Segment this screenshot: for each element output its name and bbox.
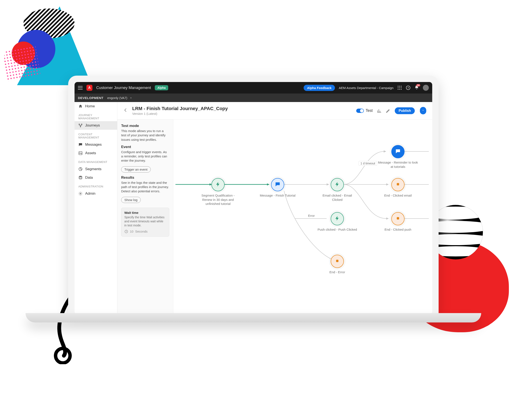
- chevron-down-icon: [422, 109, 425, 112]
- hamburger-icon[interactable]: [78, 86, 83, 90]
- svg-point-20: [399, 87, 400, 88]
- test-mode-title: Test mode: [121, 124, 169, 128]
- node-message-reminder[interactable]: Message - Reminder to look at tutorials: [378, 145, 418, 169]
- adobe-logo[interactable]: A: [86, 85, 92, 91]
- alpha-feedback-button[interactable]: Alpha Feedback: [304, 85, 335, 91]
- results-heading: Results: [121, 175, 169, 180]
- node-message-finish[interactable]: Message - Finish Tutorial: [257, 178, 298, 198]
- svg-point-33: [80, 193, 81, 194]
- svg-point-23: [399, 89, 400, 90]
- timeout-label: 1 d timeout: [359, 161, 377, 166]
- home-icon: [78, 104, 83, 108]
- reports-icon[interactable]: [377, 108, 382, 113]
- test-mode-toggle[interactable]: Test: [356, 108, 373, 113]
- node-end-email[interactable]: End - Clicked email: [378, 178, 418, 198]
- test-mode-desc: This mode allows you to run a test of yo…: [121, 129, 169, 142]
- notifications-button[interactable]: 12: [414, 85, 419, 91]
- alpha-badge: Alpha: [155, 85, 168, 90]
- user-avatar[interactable]: [423, 85, 429, 91]
- node-end-push[interactable]: End - Clicked push: [378, 212, 418, 232]
- messages-icon: [78, 142, 83, 147]
- app-title: Customer Journey Management: [96, 86, 151, 90]
- wait-unit: Seconds: [135, 230, 148, 233]
- laptop-frame: A Customer Journey Management Alpha Alph…: [68, 76, 439, 314]
- sandbox-bar: DEVELOPMENT engonly (VA7): [74, 93, 432, 102]
- org-name[interactable]: AEM Assets Departmental - Campaign: [339, 86, 393, 90]
- svg-point-22: [398, 89, 399, 90]
- svg-point-32: [79, 176, 82, 177]
- edit-icon[interactable]: [386, 108, 391, 113]
- node-segment-qualification[interactable]: Segment Qualification - Renew in 30 days…: [198, 178, 238, 206]
- nav-section-content: CONTENT MANAGEMENT: [74, 130, 117, 140]
- svg-point-16: [398, 86, 399, 87]
- nav-section-admin: ADMINISTRATION: [74, 182, 117, 189]
- back-button[interactable]: [123, 108, 128, 113]
- journeys-icon: [78, 123, 83, 128]
- results-desc: See in the logs the state and the path o…: [121, 181, 169, 194]
- global-topbar: A Customer Journey Management Alpha Alph…: [74, 82, 432, 93]
- dev-label: DEVELOPMENT: [78, 96, 104, 100]
- data-icon: [78, 175, 83, 180]
- journey-version: Version 1 (Latest): [132, 112, 228, 115]
- svg-point-29: [80, 126, 81, 127]
- svg-text:?: ?: [407, 86, 409, 90]
- wait-desc: Specify the time Wait activities and eve…: [124, 215, 166, 227]
- svg-point-21: [401, 87, 402, 88]
- gear-icon: [78, 191, 83, 196]
- nav-section-data: DATA MANAGEMENT: [74, 158, 117, 165]
- trigger-event-button[interactable]: Trigger an event: [121, 166, 151, 172]
- nav-messages[interactable]: Messages: [74, 140, 117, 149]
- nav-journeys[interactable]: Journeys: [74, 121, 117, 130]
- svg-point-28: [81, 124, 82, 125]
- event-desc: Configure and trigger events. As a remin…: [121, 150, 169, 163]
- publish-button[interactable]: Publish: [395, 107, 415, 114]
- clock-icon: [124, 230, 128, 233]
- journey-canvas[interactable]: 1 d timeout Error Segment Qualification …: [173, 120, 432, 314]
- toggle-switch-icon: [356, 109, 364, 113]
- test-mode-panel: Test mode This mode allows you to run a …: [117, 120, 173, 314]
- node-email-clicked[interactable]: Email clicked - Email Clicked: [317, 178, 357, 202]
- journey-header: LRM - Finish Tutorial Journey_APAC_Copy …: [117, 102, 432, 120]
- svg-point-17: [399, 86, 400, 87]
- segments-icon: [78, 167, 83, 171]
- svg-rect-7: [4, 46, 41, 82]
- error-label: Error: [306, 214, 316, 218]
- nav-home[interactable]: Home: [74, 102, 117, 111]
- help-icon[interactable]: ?: [406, 85, 410, 90]
- svg-rect-42: [397, 183, 399, 185]
- app-screen: A Customer Journey Management Alpha Alph…: [74, 82, 432, 314]
- sandbox-selector[interactable]: engonly (VA7): [107, 96, 133, 100]
- svg-rect-43: [397, 217, 399, 219]
- nav-section-journey: JOURNEY MANAGEMENT: [74, 111, 117, 121]
- journey-title: LRM - Finish Tutorial Journey_APAC_Copy: [132, 106, 228, 111]
- show-log-button[interactable]: Show log: [121, 197, 141, 203]
- publish-menu-button[interactable]: [420, 107, 426, 114]
- nav-admin[interactable]: Admin: [74, 189, 117, 198]
- node-push-clicked[interactable]: Push clicked - Push Clicked: [317, 212, 357, 232]
- assets-icon: [78, 151, 83, 155]
- svg-point-18: [401, 86, 402, 87]
- chevron-down-icon: [129, 97, 133, 99]
- node-end-error[interactable]: End - Error: [317, 255, 357, 274]
- svg-point-27: [79, 124, 80, 125]
- left-navigation: Home JOURNEY MANAGEMENT Journeys CONTENT…: [74, 102, 117, 314]
- apps-grid-icon[interactable]: [397, 85, 402, 90]
- laptop-base: [26, 313, 481, 322]
- wait-value: 10: [130, 230, 133, 233]
- notification-count: 12: [416, 84, 420, 86]
- wait-input[interactable]: 10 Seconds: [124, 230, 166, 233]
- nav-segments[interactable]: Segments: [74, 165, 117, 173]
- svg-point-19: [398, 87, 399, 88]
- wait-time-card: Wait time Specify the time Wait activiti…: [121, 208, 169, 237]
- svg-rect-44: [336, 260, 339, 262]
- svg-point-24: [401, 89, 402, 90]
- event-heading: Event: [121, 145, 169, 149]
- nav-data[interactable]: Data: [74, 173, 117, 182]
- wait-title: Wait time: [124, 211, 166, 214]
- nav-assets[interactable]: Assets: [74, 149, 117, 158]
